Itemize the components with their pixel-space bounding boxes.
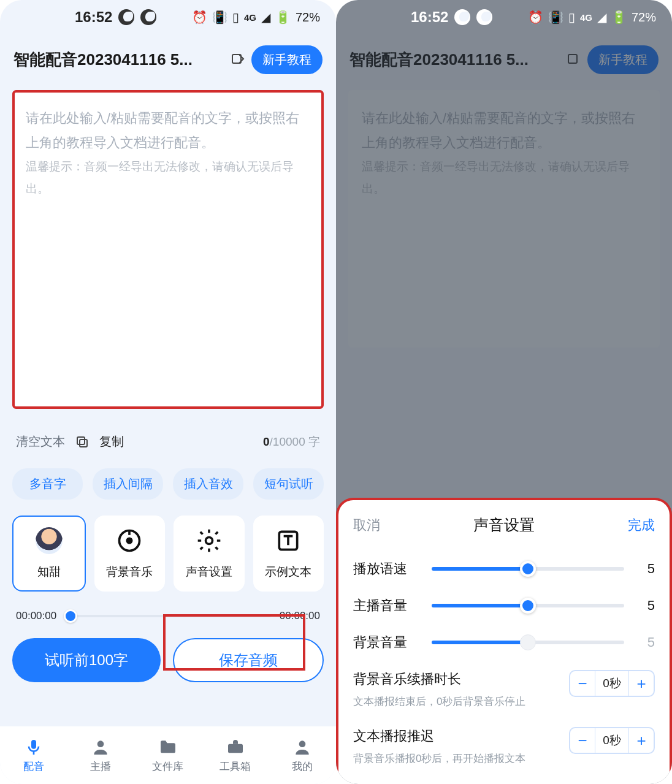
speed-label: 播放语速	[353, 560, 419, 578]
signal-icon: ◢	[597, 10, 606, 25]
globe-icon	[476, 9, 492, 25]
edit-icon[interactable]	[231, 53, 245, 67]
sound-settings-card[interactable]: 声音设置	[174, 516, 245, 592]
volume-value: 5	[636, 598, 655, 614]
volume-slider[interactable]	[432, 604, 624, 607]
clear-text-button[interactable]: 清空文本	[16, 433, 65, 450]
chip-polyphone[interactable]: 多音字	[12, 468, 83, 500]
cancel-button[interactable]: 取消	[353, 516, 380, 535]
nav-files[interactable]: 文件库	[134, 726, 202, 784]
placeholder-tip: 温馨提示：音频一经导出无法修改，请确认无误后导出。	[26, 156, 310, 200]
copy-button[interactable]: 复制	[99, 433, 124, 450]
music-icon	[116, 527, 143, 554]
chips-row: 多音字 插入间隔 插入音效 短句试听	[0, 456, 336, 503]
signal-icon: ◢	[261, 10, 270, 25]
progress-row: 00:00:00 00:00:00	[0, 592, 336, 622]
network-label: 4G	[244, 12, 256, 23]
time-current: 00:00:00	[16, 610, 56, 622]
person-icon	[91, 737, 110, 757]
speed-slider[interactable]	[432, 567, 624, 571]
nav-dubbing[interactable]: 配音	[0, 726, 67, 784]
sim-icon: ▯	[232, 10, 239, 25]
plus-icon[interactable]: +	[629, 671, 654, 696]
nav-tools[interactable]: 工具箱	[202, 726, 269, 784]
chip-sfx[interactable]: 插入音效	[173, 468, 243, 500]
action-buttons: 试听前100字 保存音频	[0, 622, 336, 682]
status-bar: 16:52 ⏰ 📳 ▯ 4G ◢ 🔋 72%	[336, 0, 672, 34]
plus-icon[interactable]: +	[629, 728, 654, 753]
vibrate-icon: 📳	[548, 10, 563, 25]
battery-pct: 72%	[632, 10, 656, 25]
done-button[interactable]: 完成	[628, 516, 655, 535]
sheet-title: 声音设置	[473, 515, 535, 535]
phone-screen-main: 16:52 ⏰ 📳 ▯ 4G ◢ 🔋 72% 智能配音2023041116 5.…	[0, 0, 336, 784]
bottom-nav: 配音 主播 文件库 工具箱 我的	[0, 726, 336, 784]
volume-label: 主播音量	[353, 596, 419, 615]
sample-label: 示例文本	[265, 564, 311, 580]
bgm-card[interactable]: 背景音乐	[94, 516, 166, 592]
bgm-duration-stepper[interactable]: − 0秒 +	[569, 670, 655, 697]
sound-settings-sheet: 取消 声音设置 完成 播放语速 5 主播音量 5 背景音量 5 背景音乐续播时长…	[336, 498, 672, 784]
user-icon	[292, 737, 312, 757]
bgm-duration-block: 背景音乐续播时长 文本播报结束后，0秒后背景音乐停止 − 0秒 +	[338, 652, 670, 709]
svg-rect-8	[228, 744, 243, 753]
nav-mine[interactable]: 我的	[269, 726, 336, 784]
network-label: 4G	[580, 12, 592, 23]
chip-sentence[interactable]: 短句试听	[253, 468, 324, 500]
svg-point-9	[299, 740, 306, 747]
nav-anchor[interactable]: 主播	[67, 726, 135, 784]
save-audio-button[interactable]: 保存音频	[173, 638, 324, 682]
speed-value: 5	[636, 561, 655, 577]
status-time: 16:52	[75, 9, 112, 26]
preview-button[interactable]: 试听前100字	[12, 638, 161, 682]
bg-volume-label: 背景音量	[353, 633, 419, 652]
battery-icon: 🔋	[275, 10, 291, 25]
toolbox-icon	[226, 737, 245, 757]
svg-rect-1	[80, 440, 87, 447]
alarm-icon: ⏰	[192, 10, 207, 25]
battery-icon: 🔋	[611, 10, 627, 25]
minus-icon[interactable]: −	[570, 728, 595, 753]
text-delay-stepper[interactable]: − 0秒 +	[569, 727, 655, 754]
svg-point-5	[205, 538, 212, 544]
progress-slider[interactable]	[65, 615, 271, 617]
page-title: 智能配音2023041116 5...	[13, 49, 224, 70]
option-cards: 知甜 背景音乐 声音设置 示例文本	[0, 503, 336, 592]
gear-icon	[196, 527, 223, 554]
text-delay-block: 文本播报推迟 背景音乐播报0秒后，再开始播报文本 − 0秒 +	[338, 709, 670, 766]
folder-icon	[158, 737, 178, 757]
status-bar: 16:52 ⏰ 📳 ▯ 4G ◢ 🔋 72%	[0, 0, 336, 34]
copy-icon[interactable]	[75, 435, 90, 449]
sample-text-card[interactable]: 示例文本	[253, 516, 324, 592]
voice-card[interactable]: 知甜	[12, 516, 86, 592]
slider-speed-row: 播放语速 5	[338, 541, 670, 578]
mic-icon	[24, 737, 44, 757]
vibrate-icon: 📳	[212, 10, 227, 25]
chip-interval[interactable]: 插入间隔	[93, 468, 163, 500]
slider-volume-row: 主播音量 5	[338, 578, 670, 615]
text-icon	[275, 527, 302, 554]
svg-point-7	[97, 740, 104, 747]
text-actions-row: 清空文本 复制 0/10000 字	[0, 409, 336, 456]
voice-label: 知甜	[37, 564, 61, 580]
minus-icon[interactable]: −	[570, 671, 595, 696]
alarm-icon: ⏰	[528, 10, 543, 25]
text-delay-value: 0秒	[595, 728, 629, 753]
slider-bg-row: 背景音量 5	[338, 615, 670, 652]
char-counter: 0/10000 字	[263, 434, 320, 450]
globe-icon	[140, 9, 156, 25]
bg-volume-slider[interactable]	[432, 641, 624, 644]
header: 智能配音2023041116 5... 新手教程	[0, 34, 336, 78]
globe-icon	[118, 9, 134, 25]
sim-icon: ▯	[568, 10, 575, 25]
bgm-duration-value: 0秒	[595, 671, 629, 696]
bg-volume-value: 5	[636, 634, 655, 650]
avatar-icon	[36, 527, 63, 554]
tutorial-button[interactable]: 新手教程	[251, 45, 323, 74]
time-total: 00:00:00	[280, 610, 320, 622]
text-input-area[interactable]: 请在此处输入/粘贴需要配音的文字，或按照右上角的教程导入文档进行配音。 温馨提示…	[12, 90, 324, 409]
placeholder-text: 请在此处输入/粘贴需要配音的文字，或按照右上角的教程导入文档进行配音。	[26, 106, 310, 154]
phone-screen-settings: 16:52 ⏰ 📳 ▯ 4G ◢ 🔋 72% 智能配音2023041116 5.…	[336, 0, 672, 784]
svg-point-4	[128, 538, 132, 542]
globe-icon	[454, 9, 470, 25]
